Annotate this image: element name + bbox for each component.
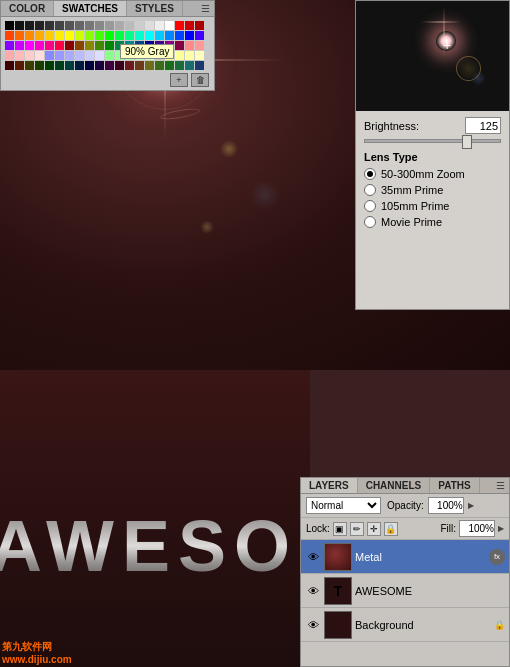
tab-color[interactable]: COLOR: [1, 1, 54, 16]
swatch-item[interactable]: [155, 21, 164, 30]
swatch-item[interactable]: [125, 21, 134, 30]
swatch-item[interactable]: [65, 21, 74, 30]
swatch-item[interactable]: [45, 51, 54, 60]
swatch-item[interactable]: [155, 31, 164, 40]
swatch-item[interactable]: [145, 31, 154, 40]
layer-visibility-icon[interactable]: 👁: [305, 617, 321, 633]
swatch-item[interactable]: [85, 61, 94, 70]
swatch-item[interactable]: [85, 41, 94, 50]
swatch-item[interactable]: [35, 21, 44, 30]
tab-paths[interactable]: PATHS: [430, 478, 479, 493]
swatch-item[interactable]: [115, 61, 124, 70]
lock-all-icon[interactable]: 🔒: [384, 522, 398, 536]
swatch-item[interactable]: [135, 61, 144, 70]
new-swatch-button[interactable]: +: [170, 73, 188, 87]
swatch-item[interactable]: [75, 41, 84, 50]
swatch-item[interactable]: [165, 31, 174, 40]
brightness-slider[interactable]: [364, 139, 501, 143]
fill-input[interactable]: [459, 520, 495, 537]
panel-options-button[interactable]: ☰: [197, 1, 214, 16]
lens-flare-preview[interactable]: +: [356, 1, 509, 111]
swatch-item[interactable]: [35, 51, 44, 60]
opacity-arrow-icon[interactable]: ▶: [468, 501, 474, 510]
layers-panel-options[interactable]: ☰: [492, 478, 509, 493]
swatch-item[interactable]: [65, 51, 74, 60]
swatch-item[interactable]: [85, 21, 94, 30]
swatch-item[interactable]: [5, 51, 14, 60]
swatch-item[interactable]: [55, 61, 64, 70]
layer-row[interactable]: 👁Metalfx: [301, 540, 509, 574]
swatch-item[interactable]: [165, 61, 174, 70]
swatch-item[interactable]: [155, 61, 164, 70]
swatch-item[interactable]: [15, 51, 24, 60]
brightness-thumb[interactable]: [462, 135, 472, 149]
swatch-item[interactable]: [65, 31, 74, 40]
swatch-item[interactable]: [15, 61, 24, 70]
tab-swatches[interactable]: SWATCHES: [54, 1, 127, 16]
layer-visibility-icon[interactable]: 👁: [305, 549, 321, 565]
swatch-item[interactable]: [55, 41, 64, 50]
swatch-item[interactable]: [5, 41, 14, 50]
swatch-item[interactable]: [195, 61, 204, 70]
swatch-item[interactable]: [55, 31, 64, 40]
swatch-item[interactable]: [125, 61, 134, 70]
swatch-item[interactable]: [185, 31, 194, 40]
swatch-item[interactable]: [105, 21, 114, 30]
swatch-item[interactable]: [95, 41, 104, 50]
swatch-item[interactable]: [185, 41, 194, 50]
swatch-item[interactable]: [35, 41, 44, 50]
swatch-item[interactable]: [105, 61, 114, 70]
swatch-item[interactable]: [195, 51, 204, 60]
brightness-input[interactable]: [465, 117, 501, 134]
blend-mode-select[interactable]: Normal: [306, 497, 381, 514]
fill-arrow-icon[interactable]: ▶: [498, 524, 504, 533]
swatch-item[interactable]: [25, 21, 34, 30]
swatch-item[interactable]: [125, 31, 134, 40]
swatch-item[interactable]: [25, 51, 34, 60]
lens-option-1[interactable]: 35mm Prime: [364, 184, 501, 196]
swatch-item[interactable]: [105, 31, 114, 40]
swatch-item[interactable]: [75, 51, 84, 60]
swatch-item[interactable]: [195, 41, 204, 50]
swatch-item[interactable]: [145, 61, 154, 70]
swatch-item[interactable]: [45, 31, 54, 40]
tab-layers[interactable]: LAYERS: [301, 478, 358, 493]
layer-visibility-icon[interactable]: 👁: [305, 583, 321, 599]
swatch-item[interactable]: [75, 61, 84, 70]
lens-option-2[interactable]: 105mm Prime: [364, 200, 501, 212]
swatch-item[interactable]: [75, 31, 84, 40]
lock-transparency-icon[interactable]: ▣: [333, 522, 347, 536]
swatch-item[interactable]: [45, 61, 54, 70]
swatch-item[interactable]: [15, 31, 24, 40]
swatch-item[interactable]: [95, 61, 104, 70]
swatch-item[interactable]: [25, 31, 34, 40]
layer-row[interactable]: 👁TAWESOME: [301, 574, 509, 608]
swatch-item[interactable]: [185, 51, 194, 60]
swatch-item[interactable]: [185, 21, 194, 30]
swatch-item[interactable]: [55, 21, 64, 30]
swatch-item[interactable]: [85, 51, 94, 60]
swatch-item[interactable]: [45, 21, 54, 30]
swatch-item[interactable]: [195, 21, 204, 30]
swatch-item[interactable]: [135, 21, 144, 30]
swatch-item[interactable]: [165, 21, 174, 30]
swatch-item[interactable]: [135, 31, 144, 40]
swatch-item[interactable]: [95, 21, 104, 30]
swatch-item[interactable]: [145, 21, 154, 30]
swatch-item[interactable]: [75, 21, 84, 30]
delete-swatch-button[interactable]: 🗑: [191, 73, 209, 87]
tab-styles[interactable]: STYLES: [127, 1, 183, 16]
lock-move-icon[interactable]: ✛: [367, 522, 381, 536]
swatch-item[interactable]: [95, 31, 104, 40]
swatch-item[interactable]: [115, 21, 124, 30]
layer-row[interactable]: 👁Background🔒: [301, 608, 509, 642]
lock-paint-icon[interactable]: ✏: [350, 522, 364, 536]
swatch-item[interactable]: [175, 61, 184, 70]
swatch-item[interactable]: [35, 31, 44, 40]
swatch-item[interactable]: [195, 31, 204, 40]
swatch-item[interactable]: [175, 21, 184, 30]
swatch-item[interactable]: [15, 21, 24, 30]
swatch-item[interactable]: [15, 41, 24, 50]
swatch-item[interactable]: [25, 41, 34, 50]
swatch-item[interactable]: [175, 41, 184, 50]
